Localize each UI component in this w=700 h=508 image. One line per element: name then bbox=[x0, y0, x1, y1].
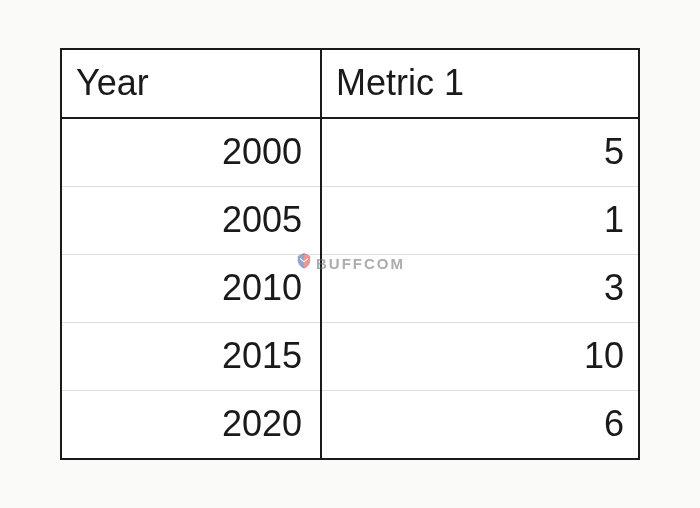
table-row: 2000 5 bbox=[61, 118, 639, 187]
table-row: 2005 1 bbox=[61, 187, 639, 255]
cell-year: 2015 bbox=[61, 323, 321, 391]
table-header-row: Year Metric 1 bbox=[61, 49, 639, 118]
cell-year: 2020 bbox=[61, 391, 321, 460]
cell-metric: 6 bbox=[321, 391, 639, 460]
data-table: Year Metric 1 2000 5 2005 1 2010 3 2015 … bbox=[60, 48, 640, 460]
header-year: Year bbox=[61, 49, 321, 118]
cell-metric: 5 bbox=[321, 118, 639, 187]
data-table-container: Year Metric 1 2000 5 2005 1 2010 3 2015 … bbox=[60, 48, 640, 460]
header-metric: Metric 1 bbox=[321, 49, 639, 118]
table-row: 2015 10 bbox=[61, 323, 639, 391]
cell-year: 2010 bbox=[61, 255, 321, 323]
table-row: 2010 3 bbox=[61, 255, 639, 323]
cell-metric: 10 bbox=[321, 323, 639, 391]
cell-metric: 3 bbox=[321, 255, 639, 323]
cell-year: 2000 bbox=[61, 118, 321, 187]
cell-year: 2005 bbox=[61, 187, 321, 255]
table-row: 2020 6 bbox=[61, 391, 639, 460]
cell-metric: 1 bbox=[321, 187, 639, 255]
